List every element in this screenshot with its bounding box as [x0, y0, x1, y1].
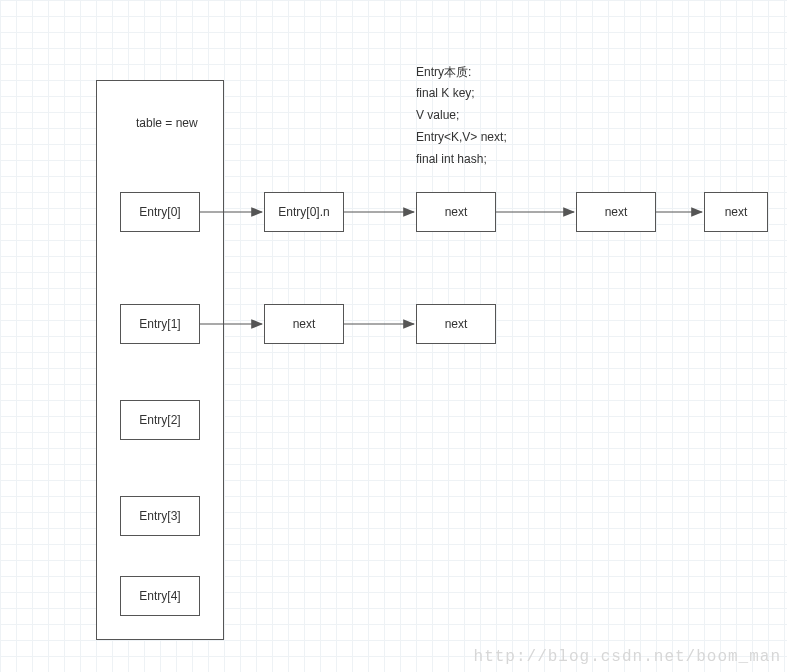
entry-slot-0-label: Entry[0] [139, 205, 180, 219]
entry-slot-3: Entry[3] [120, 496, 200, 536]
chain0-node-2-label: next [605, 205, 628, 219]
chain0-node-2: next [576, 192, 656, 232]
table-title: table = new [136, 116, 198, 130]
entry-desc-line-4: final int hash; [416, 152, 487, 166]
chain0-node-0-label: Entry[0].n [278, 205, 329, 219]
entry-slot-0: Entry[0] [120, 192, 200, 232]
entry-slot-3-label: Entry[3] [139, 509, 180, 523]
entry-desc-line-1: final K key; [416, 86, 475, 100]
chain1-node-0-label: next [293, 317, 316, 331]
entry-slot-1-label: Entry[1] [139, 317, 180, 331]
entry-desc-line-0: Entry本质: [416, 64, 471, 81]
chain0-node-1: next [416, 192, 496, 232]
chain0-node-3: next [704, 192, 768, 232]
watermark: http://blog.csdn.net/boom_man [474, 648, 781, 666]
chain1-node-1-label: next [445, 317, 468, 331]
chain1-node-0: next [264, 304, 344, 344]
entry-slot-4-label: Entry[4] [139, 589, 180, 603]
entry-slot-2-label: Entry[2] [139, 413, 180, 427]
entry-slot-2: Entry[2] [120, 400, 200, 440]
chain0-node-0: Entry[0].n [264, 192, 344, 232]
table-array-box [96, 80, 224, 640]
chain0-node-3-label: next [725, 205, 748, 219]
chain1-node-1: next [416, 304, 496, 344]
entry-desc-line-2: V value; [416, 108, 459, 122]
chain0-node-1-label: next [445, 205, 468, 219]
diagram-canvas: table = new Entry[0] Entry[1] Entry[2] E… [0, 0, 787, 672]
entry-slot-1: Entry[1] [120, 304, 200, 344]
entry-slot-4: Entry[4] [120, 576, 200, 616]
entry-desc-line-3: Entry<K,V> next; [416, 130, 507, 144]
